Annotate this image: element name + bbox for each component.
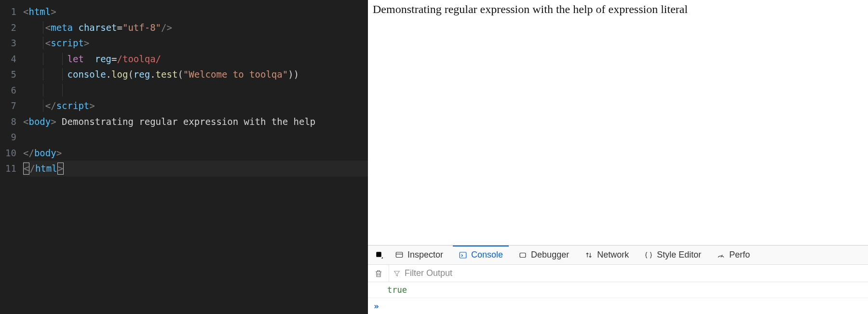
tab-label: Inspector bbox=[407, 250, 443, 260]
filter-icon bbox=[393, 270, 401, 277]
console-prompt[interactable]: » bbox=[368, 298, 868, 314]
svg-rect-3 bbox=[460, 252, 466, 258]
code-line[interactable]: </body> bbox=[23, 145, 368, 161]
inspector-icon bbox=[395, 251, 404, 259]
devtools-tab-bar: Inspector Console Debugger Network bbox=[368, 246, 868, 265]
code-line[interactable]: <script> bbox=[23, 35, 368, 51]
network-icon bbox=[584, 251, 593, 259]
tab-label: Network bbox=[597, 250, 629, 260]
pick-element-icon[interactable] bbox=[372, 246, 387, 264]
line-number: 3 bbox=[0, 35, 16, 51]
code-area[interactable]: 1234567891011 <html> <meta charset="utf-… bbox=[0, 0, 368, 314]
console-toolbar: Filter Output bbox=[368, 265, 868, 282]
line-number: 9 bbox=[0, 129, 16, 145]
line-number: 7 bbox=[0, 98, 16, 114]
line-number: 5 bbox=[0, 67, 16, 82]
console-output: true » bbox=[368, 282, 868, 314]
console-log-line: true bbox=[368, 282, 868, 298]
code-line[interactable]: <meta charset="utf-8"/> bbox=[23, 20, 368, 36]
line-number: 10 bbox=[0, 145, 16, 161]
svg-rect-1 bbox=[396, 252, 403, 258]
code-line[interactable]: let reg=/toolqa/ bbox=[23, 51, 368, 67]
page-body-text: Demonstrating regular expression with th… bbox=[368, 0, 868, 245]
line-number: 6 bbox=[0, 82, 16, 98]
editor-pane: 1234567891011 <html> <meta charset="utf-… bbox=[0, 0, 368, 314]
performance-icon bbox=[717, 251, 725, 259]
code-line[interactable]: console.log(reg.test("Welcome to toolqa"… bbox=[23, 67, 368, 82]
svg-rect-4 bbox=[520, 253, 526, 257]
tab-style-editor[interactable]: Style Editor bbox=[637, 246, 709, 264]
line-number: 11 bbox=[0, 161, 16, 177]
tab-label: Debugger bbox=[531, 250, 569, 260]
tab-label: Perfo bbox=[729, 250, 750, 260]
code[interactable]: <html> <meta charset="utf-8"/> <script> … bbox=[23, 4, 368, 314]
line-number: 2 bbox=[0, 20, 16, 36]
code-line[interactable] bbox=[23, 82, 368, 98]
browser-pane: Demonstrating regular expression with th… bbox=[368, 0, 868, 314]
line-number: 4 bbox=[0, 51, 16, 67]
code-line[interactable]: </html> bbox=[23, 161, 368, 177]
tab-inspector[interactable]: Inspector bbox=[387, 246, 451, 264]
style-editor-icon bbox=[644, 251, 653, 259]
filter-placeholder: Filter Output bbox=[405, 268, 452, 278]
tab-console[interactable]: Console bbox=[451, 246, 511, 264]
line-number: 8 bbox=[0, 114, 16, 130]
code-line[interactable] bbox=[23, 129, 368, 145]
tab-label: Style Editor bbox=[657, 250, 701, 260]
gutter: 1234567891011 bbox=[0, 4, 23, 314]
debugger-icon bbox=[518, 251, 527, 259]
clear-console-button[interactable] bbox=[368, 265, 389, 282]
console-icon bbox=[459, 251, 467, 259]
devtools: Inspector Console Debugger Network bbox=[368, 245, 868, 314]
tab-label: Console bbox=[471, 250, 503, 260]
code-line[interactable]: <body> Demonstrating regular expression … bbox=[23, 114, 368, 130]
code-line[interactable]: <html> bbox=[23, 4, 368, 20]
code-line[interactable]: </script> bbox=[23, 98, 368, 114]
tab-network[interactable]: Network bbox=[577, 246, 637, 264]
tab-debugger[interactable]: Debugger bbox=[511, 246, 577, 264]
filter-output-input[interactable]: Filter Output bbox=[389, 268, 868, 278]
tab-performance[interactable]: Perfo bbox=[709, 246, 758, 264]
svg-rect-0 bbox=[376, 252, 381, 257]
line-number: 1 bbox=[0, 4, 16, 20]
